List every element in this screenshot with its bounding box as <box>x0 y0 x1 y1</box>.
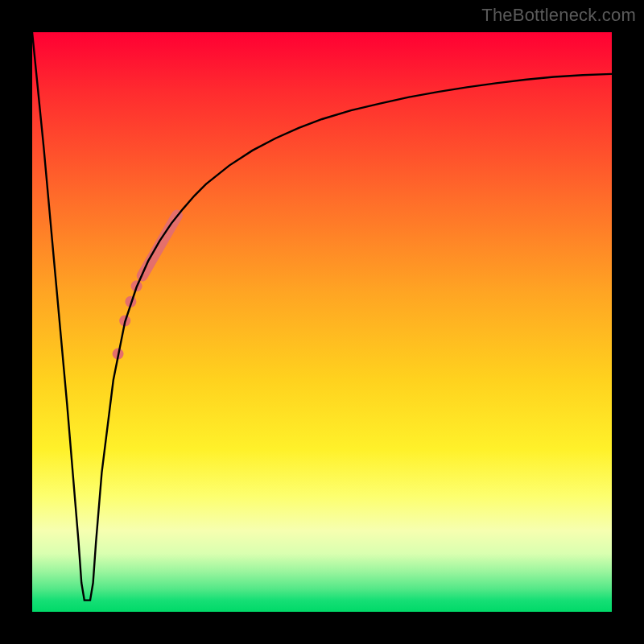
attribution-text: TheBottleneck.com <box>481 5 636 26</box>
chart-frame: TheBottleneck.com <box>0 0 644 644</box>
highlight-segment <box>142 216 177 276</box>
bottleneck-curve <box>32 32 612 601</box>
chart-svg <box>32 32 612 612</box>
plot-area <box>32 32 612 612</box>
